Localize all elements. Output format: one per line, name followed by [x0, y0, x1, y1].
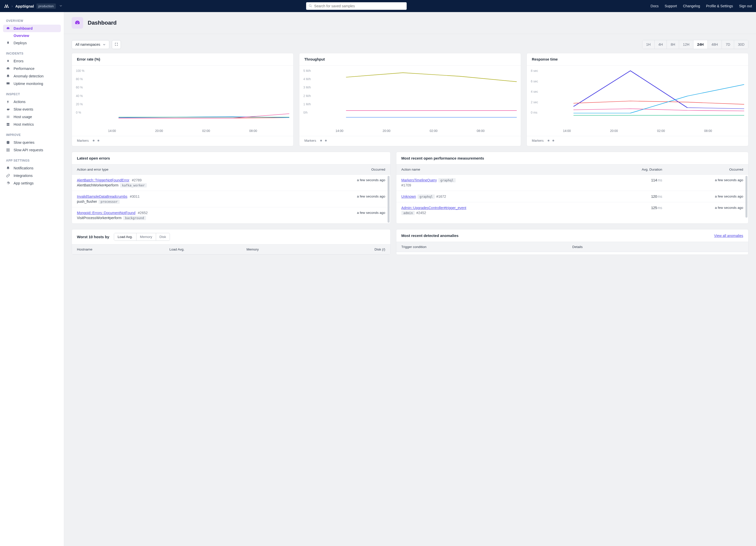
sidebar-item-label: Anomaly detection	[14, 74, 43, 78]
view-all-anomalies-link[interactable]: View all anomalies	[714, 234, 743, 238]
perf-link[interactable]: Unknown	[401, 194, 416, 198]
topbar-link-changelog[interactable]: Changelog	[683, 4, 700, 8]
sidebar-item-dashboard[interactable]: Dashboard	[3, 25, 61, 32]
marker-dots[interactable]	[93, 140, 99, 141]
namespace-tag: graphql	[438, 178, 456, 182]
rocket-icon	[6, 41, 11, 45]
sidebar-item-label: Performance	[14, 67, 34, 71]
search-input[interactable]	[314, 4, 404, 8]
sidebar-item-anomaly-detection[interactable]: Anomaly detection	[3, 72, 61, 80]
segment-load-avg-[interactable]: Load Avg.	[114, 233, 136, 240]
error-link[interactable]: AlertBatch::TriggerNotFoundError	[77, 178, 129, 182]
sidebar-item-deploys[interactable]: Deploys	[3, 39, 61, 47]
namespace-tag: kafka_worker	[120, 183, 147, 187]
time-range-7d[interactable]: 7D	[722, 40, 734, 49]
occurred-label: a few seconds ago	[662, 194, 743, 198]
card-title: Latest open errors	[72, 152, 390, 164]
svg-rect-5	[7, 82, 10, 84]
table-row[interactable]: AlertBatch::TriggerNotFoundError #2789 A…	[72, 175, 390, 191]
chart-plot[interactable]	[531, 69, 744, 127]
sidebar-item-slow-api-requests[interactable]: Slow API requests	[3, 146, 61, 154]
time-range-12h[interactable]: 12H	[679, 40, 693, 49]
sidebar-item-notifications[interactable]: Notifications	[3, 164, 61, 172]
sidebar-item-host-usage[interactable]: Host usage	[3, 113, 61, 121]
chart-title: Error rate (%)	[72, 53, 293, 66]
search-box[interactable]	[306, 2, 407, 10]
sidebar-item-label: Slow events	[14, 107, 33, 111]
bolt-icon	[6, 100, 11, 104]
sidebar-heading: INCIDENTS	[3, 50, 61, 57]
bug-icon	[6, 59, 11, 63]
chart-plot[interactable]	[303, 69, 517, 127]
chart-response: Response time 8 sec6 sec4 sec2 sec0 ms 1…	[527, 53, 748, 146]
sidebar-item-errors[interactable]: Errors	[3, 57, 61, 65]
sidebar-item-actions[interactable]: Actions	[3, 98, 61, 106]
topbar-link-sign-out[interactable]: Sign out	[739, 4, 752, 8]
appsignal-logo-icon[interactable]	[4, 4, 9, 9]
avg-duration: 125ms	[599, 206, 662, 210]
sidebar-item-label: Uptime monitoring	[14, 82, 43, 86]
error-id: #2789	[132, 178, 142, 182]
gauge-icon	[6, 26, 11, 30]
error-link[interactable]: InvalidSampleDataBreadcrumbs	[77, 194, 127, 198]
time-range-8h[interactable]: 8H	[667, 40, 679, 49]
time-range-48h[interactable]: 48H	[708, 40, 722, 49]
topbar-link-support[interactable]: Support	[665, 4, 677, 8]
sidebar-item-host-metrics[interactable]: Host metrics	[3, 121, 61, 128]
sidebar-item-label: Host metrics	[14, 122, 34, 126]
topbar-link-docs[interactable]: Docs	[651, 4, 659, 8]
gauge-icon	[6, 67, 11, 71]
y-axis-labels: 8 sec6 sec4 sec2 sec0 ms	[531, 69, 538, 114]
scrollbar[interactable]	[388, 176, 390, 223]
time-range-24h[interactable]: 24H	[693, 40, 708, 49]
perf-link[interactable]: MarkersTimelineQuery	[401, 178, 437, 182]
sidebar-item-app-settings[interactable]: App settings	[3, 179, 61, 187]
sidebar-heading: IMPROVE	[3, 131, 61, 139]
svg-rect-14	[7, 149, 8, 150]
environment-badge[interactable]: production	[36, 4, 56, 9]
turtle-icon	[6, 107, 11, 111]
chevron-down-icon[interactable]	[59, 4, 62, 8]
time-range-1h[interactable]: 1H	[642, 40, 655, 49]
db-icon	[6, 140, 11, 144]
markers-row: Markers	[299, 136, 521, 146]
chart-plot[interactable]	[76, 69, 289, 127]
table-row[interactable]: Unknowngraphql#1672 120ms a few seconds …	[396, 191, 748, 202]
sidebar-item-performance[interactable]: Performance	[3, 65, 61, 72]
expand-button[interactable]	[112, 40, 121, 49]
segment-memory[interactable]: Memory	[136, 233, 156, 240]
marker-dots[interactable]	[548, 140, 554, 141]
topbar-link-profile-settings[interactable]: Profile & Settings	[706, 4, 733, 8]
namespace-select[interactable]: All namespaces	[72, 40, 109, 49]
time-range-30d[interactable]: 30D	[734, 40, 748, 49]
namespace-tag: graphql	[417, 194, 435, 199]
marker-dots[interactable]	[320, 140, 327, 141]
page-title: Dashboard	[88, 20, 117, 26]
scrollbar[interactable]	[745, 176, 747, 218]
table-row[interactable]: Admin::UpgradesController#trigger_eventa…	[396, 202, 748, 218]
time-range-4h[interactable]: 4H	[655, 40, 667, 49]
chart-error_rate: Error rate (%) 100 %80 %60 %40 %20 %0 % …	[72, 53, 294, 146]
sidebar-item-uptime-monitoring[interactable]: Uptime monitoring	[3, 80, 61, 87]
sidebar-item-slow-events[interactable]: Slow events	[3, 106, 61, 113]
segment-disk[interactable]: Disk	[156, 233, 170, 240]
sidebar-item-integrations[interactable]: Integrations	[3, 172, 61, 179]
svg-rect-15	[8, 149, 9, 150]
occurred-label: a few seconds ago	[296, 211, 385, 215]
error-link[interactable]: Mongoid::Errors::DocumentNotFound	[77, 211, 135, 215]
app-name[interactable]: AppSignal	[15, 4, 34, 8]
markers-row: Markers	[527, 136, 748, 146]
table-row[interactable]: Mongoid::Errors::DocumentNotFound #2652 …	[72, 207, 390, 223]
topbar: › AppSignal production DocsSupportChange…	[0, 0, 756, 12]
sidebar-item-label: Actions	[14, 100, 26, 104]
bell-icon	[6, 166, 11, 170]
svg-point-6	[7, 109, 9, 110]
table-row[interactable]: MarkersTimelineQuerygraphql#1709 114ms a…	[396, 175, 748, 191]
dashboard-icon	[72, 17, 83, 29]
sidebar-item-slow-queries[interactable]: Slow queries	[3, 139, 61, 146]
sidebar-heading: OVERVIEW	[3, 17, 61, 25]
sidebar-subitem-overview[interactable]: Overview	[3, 32, 61, 39]
perf-link[interactable]: Admin::UpgradesController#trigger_event	[401, 206, 466, 210]
anomalies-card: Most recent detected anomalies View all …	[396, 229, 748, 255]
table-row[interactable]: InvalidSampleDataBreadcrumbs #3011 push_…	[72, 191, 390, 207]
